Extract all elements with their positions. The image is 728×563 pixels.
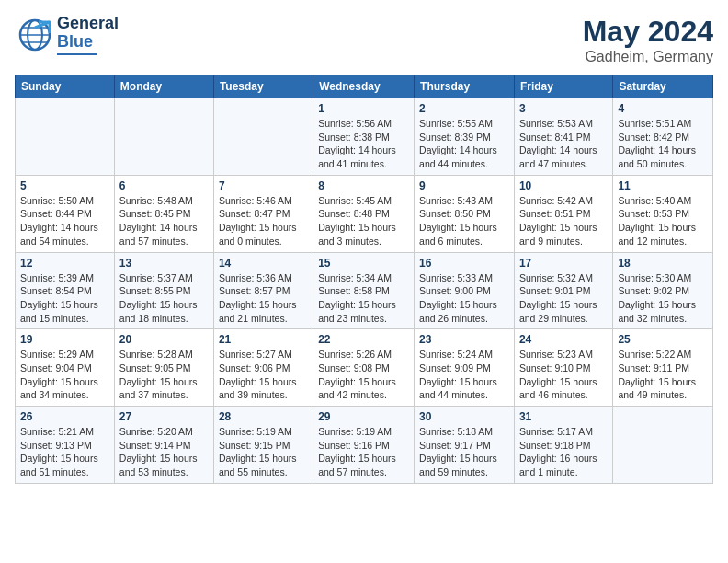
logo-text-line1: General xyxy=(57,15,119,33)
calendar-cell: 7Sunrise: 5:46 AMSunset: 8:47 PMDaylight… xyxy=(213,175,313,252)
day-info: Sunrise: 5:34 AMSunset: 8:58 PMDaylight:… xyxy=(318,271,409,326)
calendar-table: SundayMondayTuesdayWednesdayThursdayFrid… xyxy=(15,75,713,484)
day-number: 23 xyxy=(419,333,509,346)
calendar-cell: 16Sunrise: 5:33 AMSunset: 9:00 PMDayligh… xyxy=(415,252,515,329)
day-number: 7 xyxy=(219,179,308,192)
weekday-header: Tuesday xyxy=(213,75,313,98)
calendar-cell: 9Sunrise: 5:43 AMSunset: 8:50 PMDaylight… xyxy=(415,175,515,252)
weekday-header: Wednesday xyxy=(313,75,415,98)
day-info: Sunrise: 5:32 AMSunset: 9:01 PMDaylight:… xyxy=(519,271,608,326)
day-info: Sunrise: 5:51 AMSunset: 8:42 PMDaylight:… xyxy=(618,117,708,171)
day-number: 16 xyxy=(419,257,509,270)
day-info: Sunrise: 5:46 AMSunset: 8:47 PMDaylight:… xyxy=(219,194,308,248)
day-info: Sunrise: 5:26 AMSunset: 9:08 PMDaylight:… xyxy=(318,348,409,402)
day-info: Sunrise: 5:48 AMSunset: 8:45 PMDaylight:… xyxy=(119,194,209,248)
calendar-cell: 14Sunrise: 5:36 AMSunset: 8:57 PMDayligh… xyxy=(213,252,313,329)
calendar-cell xyxy=(16,98,115,176)
calendar-cell: 12Sunrise: 5:39 AMSunset: 8:54 PMDayligh… xyxy=(16,252,115,329)
day-info: Sunrise: 5:21 AMSunset: 9:13 PMDaylight:… xyxy=(20,425,109,479)
day-info: Sunrise: 5:33 AMSunset: 9:00 PMDaylight:… xyxy=(419,271,509,326)
day-number: 21 xyxy=(219,333,308,346)
day-info: Sunrise: 5:40 AMSunset: 8:53 PMDaylight:… xyxy=(618,194,708,248)
day-info: Sunrise: 5:37 AMSunset: 8:55 PMDaylight:… xyxy=(119,271,209,326)
calendar-cell: 2Sunrise: 5:55 AMSunset: 8:39 PMDaylight… xyxy=(415,98,515,176)
day-number: 24 xyxy=(519,333,608,346)
calendar-week-row: 5Sunrise: 5:50 AMSunset: 8:44 PMDaylight… xyxy=(16,175,713,252)
day-number: 26 xyxy=(20,410,109,423)
calendar-title: May 2024 xyxy=(583,15,713,49)
day-number: 15 xyxy=(318,257,409,270)
day-number: 20 xyxy=(119,333,209,346)
day-number: 27 xyxy=(119,410,209,423)
calendar-cell: 3Sunrise: 5:53 AMSunset: 8:41 PMDaylight… xyxy=(514,98,612,176)
calendar-cell: 5Sunrise: 5:50 AMSunset: 8:44 PMDaylight… xyxy=(16,175,115,252)
logo-text-line2: Blue xyxy=(57,33,119,52)
day-info: Sunrise: 5:56 AMSunset: 8:38 PMDaylight:… xyxy=(318,117,409,171)
day-info: Sunrise: 5:29 AMSunset: 9:04 PMDaylight:… xyxy=(20,348,109,402)
calendar-cell xyxy=(114,98,213,176)
calendar-cell: 1Sunrise: 5:56 AMSunset: 8:38 PMDaylight… xyxy=(313,98,415,176)
calendar-cell: 27Sunrise: 5:20 AMSunset: 9:14 PMDayligh… xyxy=(114,407,213,484)
calendar-cell: 17Sunrise: 5:32 AMSunset: 9:01 PMDayligh… xyxy=(514,252,612,329)
day-number: 3 xyxy=(519,102,608,115)
day-info: Sunrise: 5:55 AMSunset: 8:39 PMDaylight:… xyxy=(419,117,509,171)
logo-underline xyxy=(57,53,97,55)
calendar-cell: 15Sunrise: 5:34 AMSunset: 8:58 PMDayligh… xyxy=(313,252,415,329)
calendar-cell: 11Sunrise: 5:40 AMSunset: 8:53 PMDayligh… xyxy=(613,175,713,252)
day-number: 12 xyxy=(20,257,109,270)
calendar-cell xyxy=(613,407,713,484)
weekday-header: Thursday xyxy=(415,75,515,98)
day-info: Sunrise: 5:23 AMSunset: 9:10 PMDaylight:… xyxy=(519,348,608,402)
day-number: 17 xyxy=(519,257,608,270)
calendar-cell: 21Sunrise: 5:27 AMSunset: 9:06 PMDayligh… xyxy=(213,329,313,407)
calendar-cell: 8Sunrise: 5:45 AMSunset: 8:48 PMDaylight… xyxy=(313,175,415,252)
calendar-cell: 4Sunrise: 5:51 AMSunset: 8:42 PMDaylight… xyxy=(613,98,713,176)
day-number: 25 xyxy=(618,333,708,346)
day-number: 9 xyxy=(419,179,509,192)
calendar-cell: 31Sunrise: 5:17 AMSunset: 9:18 PMDayligh… xyxy=(514,407,612,484)
logo: General Blue xyxy=(15,15,119,55)
day-info: Sunrise: 5:17 AMSunset: 9:18 PMDaylight:… xyxy=(519,425,608,479)
calendar-cell: 6Sunrise: 5:48 AMSunset: 8:45 PMDaylight… xyxy=(114,175,213,252)
calendar-cell: 26Sunrise: 5:21 AMSunset: 9:13 PMDayligh… xyxy=(16,407,115,484)
day-info: Sunrise: 5:22 AMSunset: 9:11 PMDaylight:… xyxy=(618,348,708,402)
day-info: Sunrise: 5:20 AMSunset: 9:14 PMDaylight:… xyxy=(119,425,209,479)
day-number: 10 xyxy=(519,179,608,192)
day-info: Sunrise: 5:30 AMSunset: 9:02 PMDaylight:… xyxy=(618,271,708,326)
calendar-cell: 25Sunrise: 5:22 AMSunset: 9:11 PMDayligh… xyxy=(613,329,713,407)
day-number: 6 xyxy=(119,179,209,192)
calendar-cell: 28Sunrise: 5:19 AMSunset: 9:15 PMDayligh… xyxy=(213,407,313,484)
day-number: 28 xyxy=(219,410,308,423)
calendar-cell: 29Sunrise: 5:19 AMSunset: 9:16 PMDayligh… xyxy=(313,407,415,484)
day-info: Sunrise: 5:19 AMSunset: 9:16 PMDaylight:… xyxy=(318,425,409,479)
weekday-header: Saturday xyxy=(613,75,713,98)
title-block: May 2024 Gadheim, Germany xyxy=(583,15,713,65)
day-number: 5 xyxy=(20,179,109,192)
day-info: Sunrise: 5:42 AMSunset: 8:51 PMDaylight:… xyxy=(519,194,608,248)
calendar-week-row: 19Sunrise: 5:29 AMSunset: 9:04 PMDayligh… xyxy=(16,329,713,407)
day-number: 4 xyxy=(618,102,708,115)
day-number: 18 xyxy=(618,257,708,270)
calendar-week-row: 1Sunrise: 5:56 AMSunset: 8:38 PMDaylight… xyxy=(16,98,713,176)
calendar-cell: 30Sunrise: 5:18 AMSunset: 9:17 PMDayligh… xyxy=(415,407,515,484)
weekday-header: Monday xyxy=(114,75,213,98)
day-number: 13 xyxy=(119,257,209,270)
day-number: 22 xyxy=(318,333,409,346)
calendar-cell: 24Sunrise: 5:23 AMSunset: 9:10 PMDayligh… xyxy=(514,329,612,407)
day-number: 19 xyxy=(20,333,109,346)
day-info: Sunrise: 5:19 AMSunset: 9:15 PMDaylight:… xyxy=(219,425,308,479)
day-info: Sunrise: 5:36 AMSunset: 8:57 PMDaylight:… xyxy=(219,271,308,326)
calendar-cell: 20Sunrise: 5:28 AMSunset: 9:05 PMDayligh… xyxy=(114,329,213,407)
day-info: Sunrise: 5:18 AMSunset: 9:17 PMDaylight:… xyxy=(419,425,509,479)
day-number: 30 xyxy=(419,410,509,423)
calendar-cell xyxy=(213,98,313,176)
header-row: SundayMondayTuesdayWednesdayThursdayFrid… xyxy=(16,75,713,98)
calendar-cell: 22Sunrise: 5:26 AMSunset: 9:08 PMDayligh… xyxy=(313,329,415,407)
day-info: Sunrise: 5:28 AMSunset: 9:05 PMDaylight:… xyxy=(119,348,209,402)
day-info: Sunrise: 5:53 AMSunset: 8:41 PMDaylight:… xyxy=(519,117,608,171)
day-number: 14 xyxy=(219,257,308,270)
weekday-header: Sunday xyxy=(16,75,115,98)
calendar-cell: 23Sunrise: 5:24 AMSunset: 9:09 PMDayligh… xyxy=(415,329,515,407)
calendar-week-row: 12Sunrise: 5:39 AMSunset: 8:54 PMDayligh… xyxy=(16,252,713,329)
calendar-cell: 10Sunrise: 5:42 AMSunset: 8:51 PMDayligh… xyxy=(514,175,612,252)
